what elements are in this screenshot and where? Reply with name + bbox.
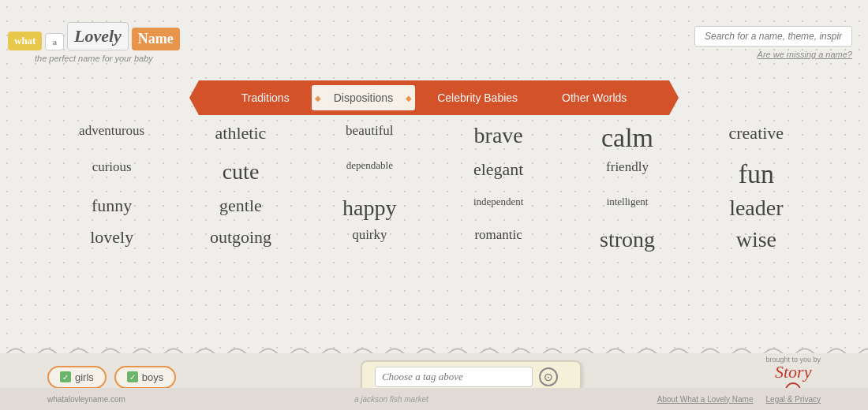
bottom-footer: whatalovleyname.com a jackson fish marke… [0,388,868,410]
tag-beautiful[interactable]: beautiful [305,123,434,153]
tag-quirky[interactable]: quirky [305,227,434,252]
nav-ribbon: Traditions Dispositions Celebrity Babies… [189,80,679,115]
nav-ribbon-wrapper: Traditions Dispositions Celebrity Babies… [0,80,868,115]
girls-label: girls [75,371,94,383]
tag-calm[interactable]: calm [563,123,691,153]
search-submit-button[interactable]: ⊙ [539,367,558,386]
logo-tag-a: a [45,33,64,50]
header: what a Lovely Name the perfect name for … [0,0,868,79]
nav-item-celebrity[interactable]: Celebrity Babies [415,85,540,110]
tag-athletic[interactable]: athletic [176,123,305,153]
logo-tag-what: what [8,32,42,50]
logo-tags: what a Lovely Name [8,22,180,50]
footer-legal-link[interactable]: Legal & Privacy [766,395,821,404]
footer-center: a jackson fish market [354,395,428,404]
footer-about-link[interactable]: About What a Lovely Name [657,395,754,404]
tag-gentle[interactable]: gentle [176,196,305,221]
bottom-area: ✓ girls ✓ boys ⊙ brought to you by Story… [0,331,868,410]
logo-area: what a Lovely Name the perfect name for … [8,22,180,63]
tag-dependable[interactable]: dependable [305,159,434,189]
tag-fun[interactable]: fun [692,159,821,189]
missing-name-link[interactable]: Are we missing a name? [758,50,852,59]
logo-tag-name: Name [132,28,180,50]
footer-company: a jackson fish market [354,395,428,404]
tag-brave[interactable]: brave [434,123,563,153]
tag-creative[interactable]: creative [692,123,821,153]
tag-curious[interactable]: curious [47,159,176,189]
filter-buttons: ✓ girls ✓ boys [47,366,176,389]
nav-items: Traditions Dispositions Celebrity Babies… [219,85,649,110]
tag-happy[interactable]: happy [305,196,434,221]
nav-item-dispositions[interactable]: Dispositions [312,85,415,110]
boys-check-icon: ✓ [127,371,138,382]
tag-strong[interactable]: strong [563,227,691,252]
tag-outgoing[interactable]: outgoing [176,227,305,252]
logo-subtitle: the perfect name for your baby [35,54,153,63]
footer-links: About What a Lovely Name Legal & Privacy [657,395,821,404]
filter-girls-button[interactable]: ✓ girls [47,366,107,389]
girls-check-icon: ✓ [60,371,71,382]
tag-romantic[interactable]: romantic [434,227,563,252]
tag-cute[interactable]: cute [176,159,305,189]
header-search-input[interactable] [694,26,852,47]
logo-tag-lovely: Lovely [67,22,129,50]
tag-friendly[interactable]: friendly [563,159,691,189]
footer-url: whatalovleyname.com [47,395,125,404]
tag-intelligent[interactable]: intelligent [563,196,691,221]
tag-wise[interactable]: wise [692,227,821,252]
nav-item-other[interactable]: Other Worlds [540,85,649,110]
filter-boys-button[interactable]: ✓ boys [114,366,176,389]
boys-label: boys [142,371,163,383]
header-right: Are we missing a name? [694,26,852,59]
tag-funny[interactable]: funny [47,196,176,221]
tags-container: adventurousathleticbeautifulbravecalmcre… [0,115,868,260]
tag-leader[interactable]: leader [692,196,821,221]
tag-search-input[interactable] [375,367,533,387]
tag-lovely[interactable]: lovely [47,227,176,252]
nav-item-traditions[interactable]: Traditions [219,85,312,110]
tag-elegant[interactable]: elegant [434,159,563,189]
story-logo: Story [775,363,811,381]
tag-adventurous[interactable]: adventurous [47,123,176,153]
tag-independent[interactable]: independent [434,196,563,221]
